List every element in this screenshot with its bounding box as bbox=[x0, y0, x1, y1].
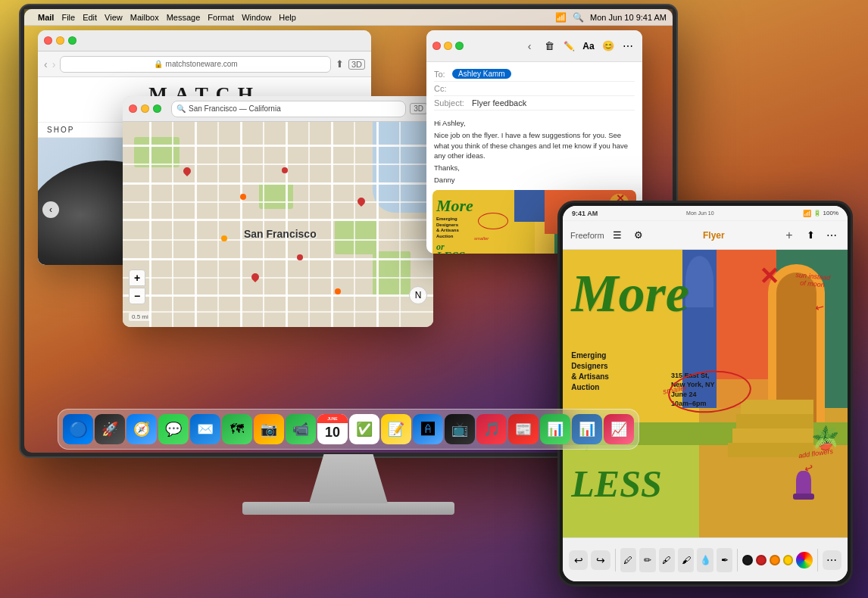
dock-launchpad[interactable]: 🚀 bbox=[95, 414, 125, 444]
mail-flyer-less: LESS bbox=[436, 250, 465, 254]
dock-news[interactable]: 📰 bbox=[508, 414, 539, 444]
ipad-menu-icon[interactable]: ☰ bbox=[609, 227, 626, 244]
safari-prev-btn[interactable]: ‹ bbox=[42, 201, 59, 218]
dock-photos[interactable]: 📷 bbox=[254, 414, 284, 444]
ipad-tool-2[interactable]: ✏ bbox=[639, 548, 655, 572]
mail-close-btn[interactable] bbox=[432, 42, 441, 50]
mail-annotation-smaller: smaller bbox=[474, 236, 489, 241]
mail-to-label: To: bbox=[434, 70, 448, 79]
ipad-color-red[interactable] bbox=[756, 555, 767, 565]
menubar: Mail File Edit View Mailbox Message Form… bbox=[24, 9, 673, 26]
dock: 🔵 🚀 🧭 💬 ✉️ 🗺 📷 📹 JUNE 10 ✅ 📝 🅰 📺 bbox=[58, 409, 639, 450]
ipad-tool-4[interactable]: 🖌 bbox=[678, 548, 694, 572]
maps-zoom-out[interactable]: − bbox=[129, 288, 145, 304]
ipad-add-icon[interactable]: + bbox=[781, 227, 798, 244]
mail-more-icon[interactable]: ⋯ bbox=[620, 38, 636, 55]
maps-3d-btn[interactable]: 3D bbox=[410, 103, 427, 114]
mail-subject-field: Subject: Flyer feedback bbox=[434, 96, 635, 111]
safari-forward-icon[interactable]: › bbox=[52, 58, 56, 70]
mail-to-tag[interactable]: Ashley Kamm bbox=[452, 69, 511, 79]
menubar-help[interactable]: Help bbox=[279, 13, 296, 22]
mail-back-icon[interactable]: ‹ bbox=[521, 38, 538, 55]
menubar-window[interactable]: Window bbox=[242, 13, 271, 22]
ipad-share-icon[interactable]: ⬆ bbox=[802, 227, 819, 244]
dock-appletv[interactable]: 📺 bbox=[445, 414, 475, 444]
mail-compose-icon[interactable]: ✏️ bbox=[560, 38, 577, 55]
maps-zoom-in[interactable]: + bbox=[129, 269, 145, 286]
maps-search-text: San Francisco — California bbox=[189, 104, 281, 113]
menubar-search-icon[interactable]: 🔍 bbox=[573, 12, 584, 23]
safari-lock-icon: 🔒 bbox=[154, 60, 163, 68]
safari-max-btn[interactable] bbox=[68, 36, 76, 45]
safari-shop-link[interactable]: SHOP bbox=[47, 126, 74, 134]
dock-music[interactable]: 🎵 bbox=[476, 414, 507, 444]
mail-min-btn[interactable] bbox=[444, 42, 452, 50]
safari-url-bar[interactable]: 🔒 matchstoneware.com bbox=[60, 56, 331, 73]
maps-min-btn[interactable] bbox=[141, 104, 149, 113]
dock-notes[interactable]: 📝 bbox=[381, 414, 411, 444]
menubar-mailbox[interactable]: Mailbox bbox=[130, 13, 159, 22]
maps-close-btn[interactable] bbox=[129, 104, 137, 113]
mail-subject-value[interactable]: Flyer feedback bbox=[472, 98, 526, 107]
dock-maps[interactable]: 🗺 bbox=[222, 414, 252, 444]
maps-max-btn[interactable] bbox=[153, 104, 161, 113]
menubar-format[interactable]: Format bbox=[208, 13, 234, 22]
ipad-color-yellow[interactable] bbox=[783, 555, 794, 565]
mail-format-icon[interactable]: Aa bbox=[580, 38, 597, 55]
maps-compass[interactable]: N bbox=[409, 286, 427, 304]
maps-search-bar[interactable]: 🔍 San Francisco — California bbox=[171, 101, 406, 117]
dock-numbers[interactable]: 📊 bbox=[540, 414, 570, 444]
ipad-status-bar: 9:41 AM Mon Jun 10 📶 🔋 100% bbox=[563, 206, 848, 221]
menubar-file[interactable]: File bbox=[61, 13, 75, 22]
mail-toolbar: ‹ 🗑 ✏️ Aa 😊 ⋯ bbox=[426, 30, 642, 62]
safari-share-icon[interactable]: ⬆ bbox=[336, 58, 344, 70]
ipad-tool-1[interactable]: 🖊 bbox=[620, 548, 636, 572]
dock-safari[interactable]: 🧭 bbox=[126, 414, 157, 444]
mail-cc-field: Cc: bbox=[434, 82, 635, 96]
ipad-annotation-x: ✕ bbox=[759, 264, 779, 288]
menubar-view[interactable]: View bbox=[105, 13, 123, 22]
mail-flyer-more: More bbox=[436, 196, 473, 216]
maps-window: 🔍 San Francisco — California 3D bbox=[123, 96, 433, 327]
dock-grapher[interactable]: 📈 bbox=[604, 414, 634, 444]
mail-cc-label: Cc: bbox=[434, 84, 448, 93]
ipad-tool-3[interactable]: 🖋 bbox=[659, 548, 675, 572]
safari-back-icon[interactable]: ‹ bbox=[44, 58, 48, 70]
dock-reminders[interactable]: ✅ bbox=[349, 414, 379, 444]
mail-emoji-icon[interactable]: 😊 bbox=[600, 38, 617, 55]
ipad-doc-title: Flyer bbox=[703, 230, 725, 241]
ipad-more-tools-icon[interactable]: ⋯ bbox=[823, 550, 841, 570]
ipad-battery-pct: 100% bbox=[823, 210, 838, 216]
ipad-color-orange[interactable] bbox=[770, 555, 780, 565]
dock-facetime[interactable]: 📹 bbox=[286, 414, 316, 444]
menubar-edit[interactable]: Edit bbox=[83, 13, 97, 22]
ipad-color-black[interactable] bbox=[742, 555, 753, 565]
ipad-flyer-less: LESS bbox=[571, 465, 662, 503]
safari-toolbar: ‹ › 🔒 matchstoneware.com ⬆ 3D bbox=[38, 51, 371, 77]
ipad-settings-icon[interactable]: ⚙ bbox=[630, 227, 647, 244]
safari-titlebar bbox=[38, 30, 371, 51]
safari-tabs-icon[interactable]: 3D bbox=[348, 59, 365, 70]
ipad-tool-6[interactable]: ✒ bbox=[717, 548, 732, 572]
mail-trash-icon[interactable]: 🗑 bbox=[541, 38, 557, 55]
maps-titlebar: 🔍 San Francisco — California 3D bbox=[123, 96, 433, 122]
dock-messages[interactable]: 💬 bbox=[158, 414, 189, 444]
ipad-color-multi[interactable] bbox=[796, 552, 812, 568]
dock-finder[interactable]: 🔵 bbox=[63, 414, 93, 444]
dock-appstore[interactable]: 🅰 bbox=[413, 414, 443, 444]
menubar-mail[interactable]: Mail bbox=[38, 13, 54, 22]
mail-max-btn[interactable] bbox=[455, 42, 464, 50]
ipad-frame: 9:41 AM Mon Jun 10 📶 🔋 100% Freeform ☰ ⚙… bbox=[557, 201, 853, 587]
safari-min-btn[interactable] bbox=[56, 36, 64, 45]
ipad-redo-icon[interactable]: ↪ bbox=[591, 550, 610, 570]
ipad-undo-icon[interactable]: ↩ bbox=[569, 550, 588, 570]
ipad-tool-5[interactable]: 💧 bbox=[697, 548, 713, 572]
ipad-more-options-icon[interactable]: ⋯ bbox=[823, 227, 840, 244]
menubar-message[interactable]: Message bbox=[167, 13, 201, 22]
dock-keynote[interactable]: 📊 bbox=[572, 414, 602, 444]
ipad-battery: 🔋 bbox=[813, 210, 821, 216]
ipad-flyer-more: More bbox=[571, 267, 689, 320]
dock-calendar[interactable]: JUNE 10 bbox=[317, 414, 348, 444]
safari-close-btn[interactable] bbox=[44, 36, 52, 45]
dock-mail[interactable]: ✉️ bbox=[190, 414, 220, 444]
